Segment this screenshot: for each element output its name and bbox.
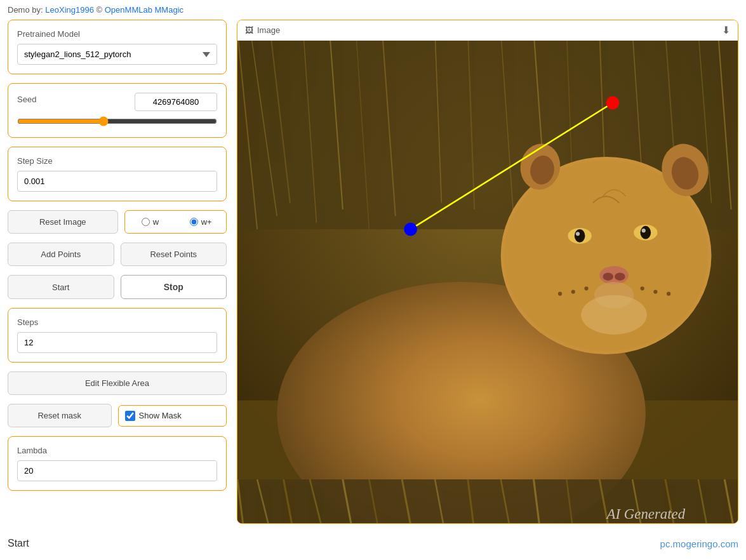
lambda-label: Lambda [17, 446, 217, 455]
svg-point-41 [641, 286, 644, 290]
wplus-radio[interactable] [190, 218, 198, 226]
sidebar: Pretrained Model stylegan2_lions_512_pyt… [8, 20, 227, 524]
w-radio-group: w w+ [124, 210, 227, 234]
show-mask-checkbox[interactable] [125, 411, 135, 421]
image-panel: 🖼 Image ⬇ [237, 20, 738, 524]
svg-point-32 [642, 229, 646, 232]
steps-panel: Steps [8, 308, 227, 363]
model-panel: Pretrained Model stylegan2_lions_512_pyt… [8, 20, 227, 74]
add-points-button[interactable]: Add Points [8, 243, 114, 266]
reset-mask-button[interactable]: Reset mask [8, 404, 112, 427]
step-size-panel: Step Size [8, 147, 227, 201]
seed-label: Seed [17, 95, 36, 104]
ai-watermark: AI Generated [606, 506, 686, 522]
author-link[interactable]: LeoXing1996 [45, 5, 94, 15]
svg-point-42 [653, 290, 657, 293]
button-row-2: Add Points Reset Points [8, 243, 227, 266]
show-mask-label[interactable]: Show Mask [118, 405, 227, 427]
blue-point[interactable] [404, 223, 417, 236]
reset-points-button[interactable]: Reset Points [121, 243, 227, 266]
button-row-1: Reset Image w w+ [8, 210, 227, 234]
lion-image: AI Generated [237, 41, 738, 523]
download-icon[interactable]: ⬇ [722, 24, 730, 36]
svg-point-37 [581, 295, 647, 335]
svg-point-40 [558, 292, 562, 296]
image-title-text: Image [257, 25, 280, 35]
bottom-brand: pc.mogeringo.com [660, 538, 738, 549]
top-bar: Demo by: LeoXing1996 © OpenMMLab MMagic [0, 0, 746, 20]
mask-row: Reset mask Show Mask [8, 404, 227, 427]
svg-point-34 [603, 272, 613, 280]
start-button[interactable]: Start [8, 275, 114, 299]
demo-prefix: Demo by: [8, 5, 43, 15]
steps-input[interactable] [17, 332, 217, 353]
svg-point-38 [584, 286, 588, 290]
wplus-label: w+ [201, 217, 212, 227]
seed-panel: Seed [8, 83, 227, 138]
org-link[interactable]: OpenMMLab MMagic [105, 5, 183, 15]
stop-button[interactable]: Stop [121, 275, 227, 299]
model-label: Pretrained Model [17, 29, 217, 39]
wplus-radio-option[interactable]: w+ [175, 211, 226, 233]
svg-point-30 [641, 226, 651, 239]
w-radio[interactable] [142, 218, 150, 226]
lambda-input[interactable] [17, 460, 217, 481]
svg-point-43 [667, 292, 670, 296]
svg-point-39 [571, 290, 575, 293]
svg-point-29 [575, 229, 585, 243]
reset-image-button[interactable]: Reset Image [8, 210, 118, 234]
bottom-start-label: Start [8, 538, 29, 549]
button-row-3: Start Stop [8, 275, 227, 299]
lambda-panel: Lambda [8, 436, 227, 491]
seed-slider[interactable] [17, 116, 217, 126]
show-mask-text: Show Mask [139, 411, 182, 420]
step-size-input[interactable] [17, 171, 217, 192]
svg-point-31 [576, 232, 580, 236]
w-label: w [153, 217, 159, 227]
step-size-label: Step Size [17, 156, 217, 166]
svg-point-35 [615, 272, 625, 280]
steps-label: Steps [17, 317, 217, 327]
edit-flexible-area-button[interactable]: Edit Flexible Area [8, 371, 227, 395]
image-icon: 🖼 [245, 25, 253, 35]
image-panel-header: 🖼 Image ⬇ [237, 20, 738, 41]
bottom-bar: Start pc.mogeringo.com [0, 531, 746, 556]
image-container[interactable]: AI Generated [237, 41, 738, 523]
red-point[interactable] [606, 97, 620, 110]
image-panel-title: 🖼 Image [245, 25, 280, 35]
w-radio-option[interactable]: w [125, 211, 176, 233]
seed-input[interactable] [135, 93, 217, 111]
copyright: © [97, 5, 103, 15]
model-select[interactable]: stylegan2_lions_512_pytorch stylegan2_ca… [17, 44, 217, 65]
